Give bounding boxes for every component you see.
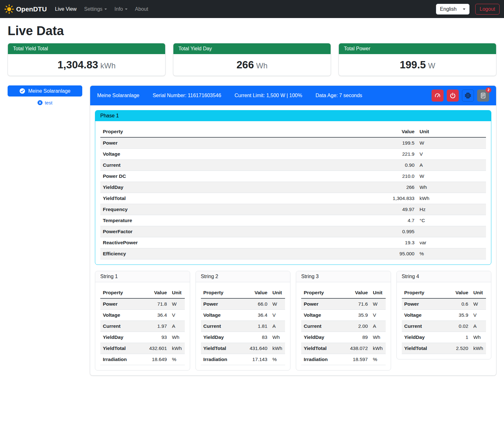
property-cell: YieldTotal — [402, 343, 443, 354]
property-cell: Voltage — [402, 310, 443, 321]
string-1-title: String 1 — [95, 271, 190, 282]
language-select[interactable]: English — [436, 4, 470, 15]
property-cell: Power — [301, 298, 342, 310]
chevron-down-icon — [104, 9, 107, 10]
property-cell: PowerFactor — [100, 226, 289, 237]
unit-cell: A — [270, 321, 285, 332]
unit-cell: V — [270, 310, 285, 321]
main-nav: Live View Settings Info About — [51, 4, 152, 15]
brand[interactable]: OpenDTU — [4, 4, 47, 14]
table-row: Power66.0W — [201, 298, 285, 310]
x-circle-icon — [37, 100, 43, 105]
inverter-data-age: Data Age: 7 seconds — [315, 93, 362, 98]
table-header-row: Property Value Unit — [402, 287, 486, 298]
table-row: Voltage35.9V — [402, 310, 486, 321]
table-row: YieldDay89Wh — [301, 332, 386, 343]
column-header-value: Value — [289, 126, 417, 137]
unit-cell: W — [270, 298, 285, 310]
value-cell: 0.6 — [442, 298, 471, 310]
device-info-button[interactable] — [462, 90, 474, 102]
value-cell: 35.9 — [442, 310, 471, 321]
table-row: Voltage36.4V — [100, 310, 185, 321]
value-cell: 431.640 — [241, 343, 270, 354]
value-cell: 71.8 — [141, 298, 170, 310]
event-log-button[interactable]: 2 — [477, 90, 489, 102]
unit-cell: °C — [417, 215, 486, 226]
card-unit: kWh — [100, 61, 115, 70]
page-title: Live Data — [8, 24, 496, 38]
value-cell: 36.4 — [241, 310, 270, 321]
value-cell: 0.995 — [289, 226, 417, 237]
unit-cell: V — [370, 310, 386, 321]
nav-live-view[interactable]: Live View — [51, 4, 80, 15]
value-cell: 35.9 — [342, 310, 370, 321]
property-cell: Current — [100, 160, 289, 171]
unit-cell: Wh — [370, 332, 386, 343]
unit-cell: % — [370, 354, 386, 365]
nav-about[interactable]: About — [131, 4, 152, 15]
inverter-limit: Current Limit: 1,500 W | 100% — [234, 93, 302, 98]
value-cell: 432.601 — [141, 343, 170, 354]
power-icon — [450, 92, 456, 99]
inverter-panel-header: Meine Solaranlage Serial Number: 1161716… — [90, 86, 496, 105]
property-cell: Voltage — [201, 310, 242, 321]
property-cell: Current — [100, 321, 141, 332]
card-title: Total Yield Day — [173, 43, 331, 54]
string-3-title: String 3 — [296, 271, 391, 282]
sun-icon — [4, 4, 14, 14]
property-cell: YieldDay — [201, 332, 242, 343]
table-row: Irradiation18.649% — [100, 354, 185, 365]
table-row: YieldDay93Wh — [100, 332, 185, 343]
table-row: Current1.81A — [201, 321, 285, 332]
property-cell: Frequency — [100, 204, 289, 215]
string-1-table: Property Value Unit Power71.8WVoltage36.… — [100, 287, 185, 365]
table-header-row: Property Value Unit — [201, 287, 285, 298]
sidebar-item-test[interactable]: test — [37, 100, 52, 105]
power-button[interactable] — [447, 90, 459, 102]
value-cell: 2.520 — [442, 343, 471, 354]
string-2-panel: String 2 Property Value Unit — [196, 271, 291, 371]
property-cell: Power — [100, 137, 289, 149]
inverter-select-button[interactable]: Meine Solaranlage — [8, 85, 82, 97]
card-value: 1,304.83 — [58, 59, 98, 71]
unit-cell — [417, 226, 486, 237]
table-row: Voltage221.9V — [100, 149, 486, 160]
property-cell: ReactivePower — [100, 237, 289, 248]
value-cell: 17.143 — [241, 354, 270, 365]
unit-cell: Wh — [417, 182, 486, 193]
value-cell: 66.0 — [241, 298, 270, 310]
unit-cell: A — [370, 321, 386, 332]
event-count-badge: 2 — [486, 87, 491, 93]
unit-cell: Hz — [417, 204, 486, 215]
nav-settings[interactable]: Settings — [80, 4, 111, 15]
column-header-unit: Unit — [471, 287, 486, 298]
unit-cell: % — [270, 354, 285, 365]
unit-cell: V — [471, 310, 486, 321]
unit-cell: Wh — [270, 332, 285, 343]
value-cell: 199.5 — [289, 137, 417, 149]
table-row: YieldTotal432.601kWh — [100, 343, 185, 354]
value-cell: 1 — [442, 332, 471, 343]
property-cell: Current — [402, 321, 443, 332]
column-header-unit: Unit — [270, 287, 285, 298]
value-cell: 49.97 — [289, 204, 417, 215]
unit-cell: kWh — [471, 343, 486, 354]
column-header-value: Value — [342, 287, 370, 298]
card-value: 199.5 — [400, 59, 426, 71]
table-row: YieldDay83Wh — [201, 332, 285, 343]
table-header-row: Property Value Unit — [100, 126, 486, 137]
inverter-select-label: Meine Solaranlage — [28, 88, 70, 94]
card-total-power: Total Power 199.5W — [339, 43, 496, 76]
nav-info[interactable]: Info — [111, 4, 131, 15]
column-header-value: Value — [442, 287, 471, 298]
table-row: Voltage35.9V — [301, 310, 386, 321]
limit-settings-button[interactable] — [432, 90, 444, 102]
table-row: Power71.6W — [301, 298, 386, 310]
unit-cell: A — [471, 321, 486, 332]
logout-button[interactable]: Logout — [475, 4, 500, 15]
table-row: YieldTotal1,304.833kWh — [100, 193, 486, 204]
column-header-property: Property — [402, 287, 443, 298]
unit-cell: A — [170, 321, 185, 332]
card-unit: W — [428, 61, 435, 70]
table-row: Irradiation18.597% — [301, 354, 386, 365]
